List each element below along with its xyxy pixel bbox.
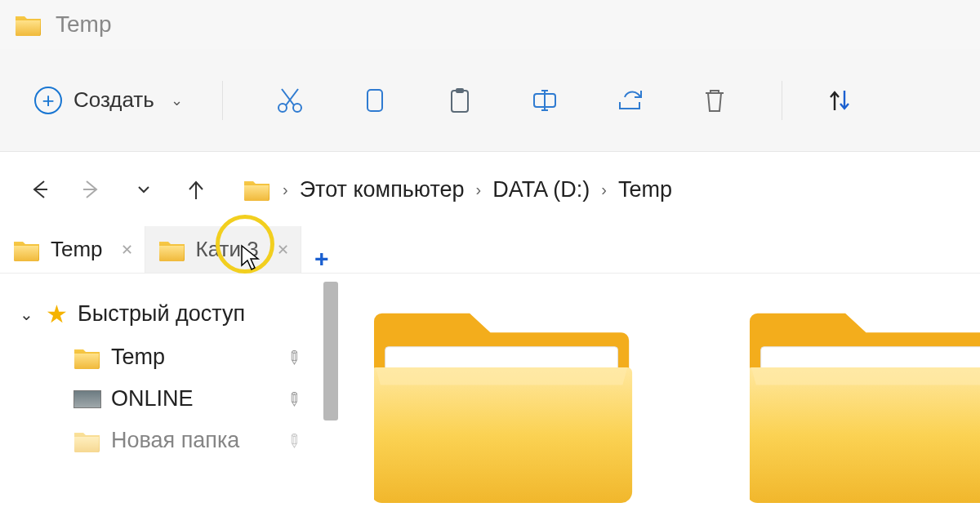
svg-rect-3 [368, 90, 382, 111]
copy-button[interactable] [350, 76, 399, 125]
delete-button[interactable] [690, 76, 739, 125]
sidebar-item-label: ONLINE [111, 386, 194, 412]
toolbar: + Создать ⌄ [0, 49, 980, 152]
nav-row: › Этот компьютер › DATA (D:) › Temp [0, 152, 980, 227]
cut-button[interactable] [265, 76, 314, 125]
folder-icon [13, 238, 41, 261]
folder-icon [15, 13, 42, 36]
folder-icon [74, 429, 101, 452]
sidebar-quick-access[interactable]: ⌄ ★ Быстрый доступ [0, 291, 338, 336]
svg-rect-5 [456, 88, 464, 93]
back-button[interactable] [20, 170, 59, 209]
chevron-down-icon: ⌄ [171, 91, 183, 109]
pin-icon: ✎ [280, 345, 305, 370]
plus-icon: + [34, 87, 62, 114]
tab-label: Temp [51, 237, 103, 262]
chevron-right-icon: › [283, 180, 288, 199]
titlebar: Temp [0, 0, 980, 49]
breadcrumb-item[interactable]: Этот компьютер [300, 177, 465, 202]
create-button[interactable]: + Создать ⌄ [31, 78, 198, 122]
sidebar-item-online[interactable]: ONLINE ✎ [0, 378, 338, 420]
tab-label: Кати 3 [196, 237, 259, 262]
quick-access-label: Быстрый доступ [78, 301, 245, 327]
breadcrumb-item[interactable]: DATA (D:) [492, 177, 590, 202]
separator [222, 81, 223, 120]
recent-dropdown[interactable] [124, 170, 163, 209]
tab-kati3[interactable]: Кати 3 ✕ [145, 226, 301, 273]
breadcrumb-item[interactable]: Temp [618, 177, 672, 202]
sort-button[interactable] [815, 76, 864, 125]
pin-icon: ✎ [280, 428, 305, 453]
add-tab-button[interactable]: + [301, 245, 342, 273]
folder-icon [243, 178, 271, 201]
sidebar: ⌄ ★ Быстрый доступ Temp ✎ ONLINE ✎ Новая… [0, 274, 338, 525]
close-icon[interactable]: ✕ [121, 241, 133, 259]
chevron-right-icon: › [476, 180, 482, 199]
create-label: Создать [74, 87, 154, 113]
forward-button[interactable] [72, 170, 111, 209]
chevron-right-icon: › [601, 180, 607, 199]
sidebar-item-temp[interactable]: Temp ✎ [0, 336, 338, 378]
chevron-down-icon: ⌄ [20, 305, 36, 324]
folder-icon [74, 346, 101, 369]
folder-item[interactable] [750, 296, 980, 509]
sidebar-item-label: Новая папка [111, 428, 239, 453]
close-icon[interactable]: ✕ [277, 241, 289, 259]
folder-icon [158, 238, 186, 261]
rename-button[interactable] [520, 76, 569, 125]
paste-button[interactable] [435, 76, 484, 125]
sidebar-item-newfolder[interactable]: Новая папка ✎ [0, 420, 338, 461]
folder-item[interactable] [374, 296, 635, 509]
content-pane[interactable] [338, 274, 980, 525]
svg-rect-4 [452, 91, 468, 112]
separator [782, 81, 782, 120]
window-title: Temp [56, 11, 111, 38]
tab-temp[interactable]: Temp ✕ [0, 226, 145, 273]
main: ⌄ ★ Быстрый доступ Temp ✎ ONLINE ✎ Новая… [0, 274, 980, 525]
up-button[interactable] [176, 170, 216, 209]
share-button[interactable] [605, 76, 654, 125]
tabs-row: Temp ✕ Кати 3 ✕ + [0, 227, 980, 274]
pin-icon: ✎ [280, 386, 305, 412]
picture-icon [74, 390, 101, 408]
breadcrumb[interactable]: › Этот компьютер › DATA (D:) › Temp [243, 177, 672, 202]
star-icon: ★ [46, 300, 68, 328]
sidebar-item-label: Temp [111, 345, 165, 370]
scrollbar[interactable] [323, 282, 338, 420]
